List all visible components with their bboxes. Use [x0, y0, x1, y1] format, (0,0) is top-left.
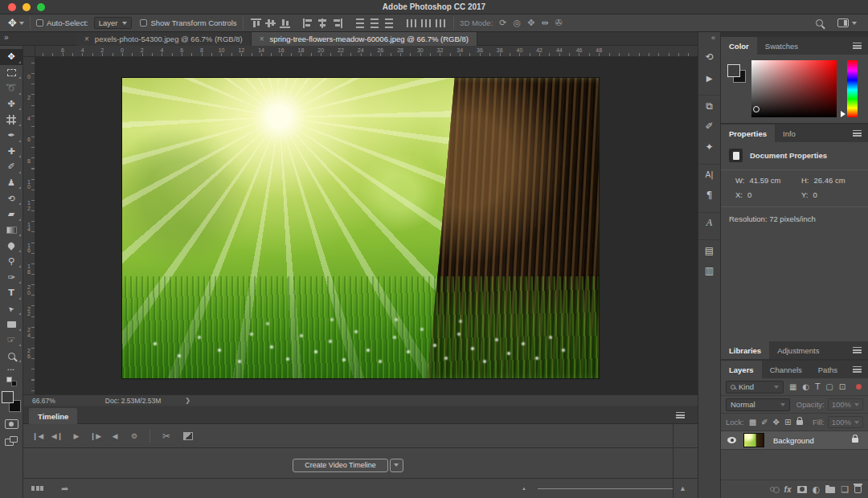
distribute-horizontal-centers-icon[interactable]: [421, 18, 432, 28]
edit-toolbar-button[interactable]: •••: [7, 364, 14, 375]
layer-thumbnail[interactable]: [743, 433, 764, 447]
tab-swatches[interactable]: Swatches: [757, 37, 806, 55]
tab-layers[interactable]: Layers: [721, 361, 762, 378]
rectangular-marquee-tool[interactable]: [0, 65, 23, 81]
properties-panel-menu-icon[interactable]: [853, 130, 862, 137]
mute-audio-button[interactable]: ◀: [105, 432, 125, 440]
pasteboard[interactable]: [35, 57, 698, 394]
timeline-zoom-in-icon[interactable]: ▲: [679, 484, 686, 492]
filter-shape-layers-icon[interactable]: ▢: [825, 382, 833, 391]
layer-style-fx-icon[interactable]: fx: [784, 485, 792, 494]
move-tool[interactable]: ✥: [0, 49, 23, 65]
timeline-panel-menu-icon[interactable]: [676, 412, 685, 418]
tab-spring-tree-flowers[interactable]: × spring-tree-flowers-meadow-60006.jpeg …: [252, 32, 477, 46]
clone-stamp-tool[interactable]: ♟: [0, 175, 23, 191]
brush-settings-panel-icon[interactable]: ✐: [698, 116, 720, 137]
horizontal-ruler[interactable]: 6420246810121416182022242628303234363840…: [35, 46, 698, 57]
spot-healing-brush-tool[interactable]: ✚: [0, 144, 23, 160]
fill-field[interactable]: 100%: [828, 416, 863, 428]
distribute-right-edges-icon[interactable]: [436, 18, 446, 28]
3d-drag-icon[interactable]: ✥: [527, 18, 534, 28]
3d-camera-icon[interactable]: ✇: [555, 18, 563, 28]
brush-tool[interactable]: ✐: [0, 159, 23, 175]
link-layers-icon[interactable]: [770, 487, 779, 492]
gradient-tool[interactable]: [0, 222, 23, 239]
history-panel-icon[interactable]: ⟲: [698, 47, 720, 67]
new-adjustment-layer-icon[interactable]: ◐: [813, 484, 821, 495]
filter-adjustment-layers-icon[interactable]: ◐: [802, 382, 809, 391]
tab-info[interactable]: Info: [775, 124, 804, 142]
layer-row-background[interactable]: Background: [721, 431, 868, 450]
chevron-down-icon[interactable]: [852, 22, 857, 25]
status-bar-chevron[interactable]: ❯: [185, 397, 190, 404]
foreground-background-color-swatches[interactable]: [2, 391, 21, 412]
show-transform-controls-checkbox[interactable]: [140, 19, 147, 27]
next-frame-button[interactable]: ❙▶: [86, 432, 105, 440]
eyedropper-tool[interactable]: ✒: [0, 128, 23, 144]
lock-artboard-icon[interactable]: ⊞: [784, 418, 791, 427]
layers-panel-menu-icon[interactable]: [853, 366, 862, 373]
toolbar-collapse-icon[interactable]: »: [4, 33, 9, 42]
dodge-tool[interactable]: ⚲: [0, 254, 23, 270]
filtering-toggle[interactable]: [856, 384, 862, 390]
3d-orbit-icon[interactable]: ⟳: [499, 18, 506, 28]
filter-pixel-layers-icon[interactable]: ▦: [789, 382, 796, 391]
actions-panel-icon[interactable]: ▶: [698, 67, 720, 88]
workspace-icon[interactable]: [837, 18, 849, 27]
layer-name[interactable]: Background: [773, 436, 814, 445]
render-video-icon[interactable]: ➦: [61, 484, 68, 494]
lock-transparency-icon[interactable]: ▩: [749, 418, 756, 427]
timeline-settings-button[interactable]: ⚙: [125, 432, 144, 440]
distribute-vertical-centers-icon[interactable]: [369, 18, 379, 28]
previous-frame-button[interactable]: ◀❙: [47, 432, 67, 440]
default-colors-icon[interactable]: [6, 377, 17, 386]
filter-type-layers-icon[interactable]: T: [815, 382, 820, 391]
tab-adjustments[interactable]: Adjustments: [769, 341, 827, 359]
brush-presets-panel-icon[interactable]: ✦: [698, 137, 720, 157]
clone-source-panel-icon[interactable]: ⧉: [698, 95, 720, 116]
history-brush-tool[interactable]: ⟲: [0, 190, 23, 206]
notes-panel-icon[interactable]: ▥: [698, 260, 720, 281]
new-layer-icon[interactable]: ❏: [841, 484, 849, 495]
create-video-timeline-dropdown[interactable]: [390, 459, 403, 472]
go-to-first-frame-button[interactable]: ❙◀: [28, 432, 47, 440]
crop-tool[interactable]: [0, 112, 23, 128]
hue-strip[interactable]: [847, 60, 858, 117]
auto-select-checkbox[interactable]: [36, 19, 43, 27]
current-tool-badge[interactable]: ✥: [8, 17, 24, 29]
play-button[interactable]: ▶: [67, 432, 86, 440]
align-vertical-centers-icon[interactable]: [265, 18, 276, 28]
eraser-tool[interactable]: ▰: [0, 206, 23, 222]
lock-pixels-icon[interactable]: ✐: [761, 418, 768, 427]
opacity-field[interactable]: 100%: [828, 398, 863, 410]
layer-comps-panel-icon[interactable]: ▤: [698, 239, 720, 260]
align-top-edges-icon[interactable]: [251, 18, 261, 28]
color-picker-circle[interactable]: [753, 106, 760, 112]
type-tool[interactable]: T: [0, 285, 23, 301]
add-layer-mask-icon[interactable]: [797, 486, 807, 493]
timeline-zoom-slider[interactable]: [538, 488, 673, 489]
expand-panels-icon[interactable]: «: [711, 34, 715, 42]
path-selection-tool[interactable]: ➤: [0, 301, 23, 317]
tab-timeline[interactable]: Timeline: [29, 408, 77, 424]
quick-mask-mode-button[interactable]: [5, 419, 18, 429]
libraries-panel-menu-icon[interactable]: [853, 347, 862, 353]
ruler-corner[interactable]: [23, 46, 35, 57]
blend-mode-dropdown[interactable]: Normal: [726, 398, 790, 411]
frames-view-icon[interactable]: [31, 486, 43, 491]
quick-selection-tool[interactable]: ✤: [0, 96, 23, 112]
rectangle-tool[interactable]: [0, 316, 23, 333]
align-horizontal-centers-icon[interactable]: [317, 18, 328, 28]
filter-kind-dropdown[interactable]: Kind: [726, 381, 784, 394]
split-at-playhead-button[interactable]: ✂: [162, 431, 170, 442]
close-tab-icon[interactable]: ×: [260, 35, 264, 43]
paragraph-panel-icon[interactable]: ¶: [698, 185, 720, 206]
glyphs-panel-icon[interactable]: A: [698, 212, 720, 233]
search-icon[interactable]: [816, 19, 823, 27]
distribute-bottom-edges-icon[interactable]: [383, 18, 394, 28]
saturation-brightness-field[interactable]: [751, 60, 837, 117]
photo-spring-meadow[interactable]: [122, 78, 599, 378]
vertical-ruler[interactable]: 02468101214161820222426: [23, 57, 35, 394]
character-panel-icon[interactable]: A|: [698, 164, 720, 185]
distribute-left-edges-icon[interactable]: [407, 18, 417, 28]
